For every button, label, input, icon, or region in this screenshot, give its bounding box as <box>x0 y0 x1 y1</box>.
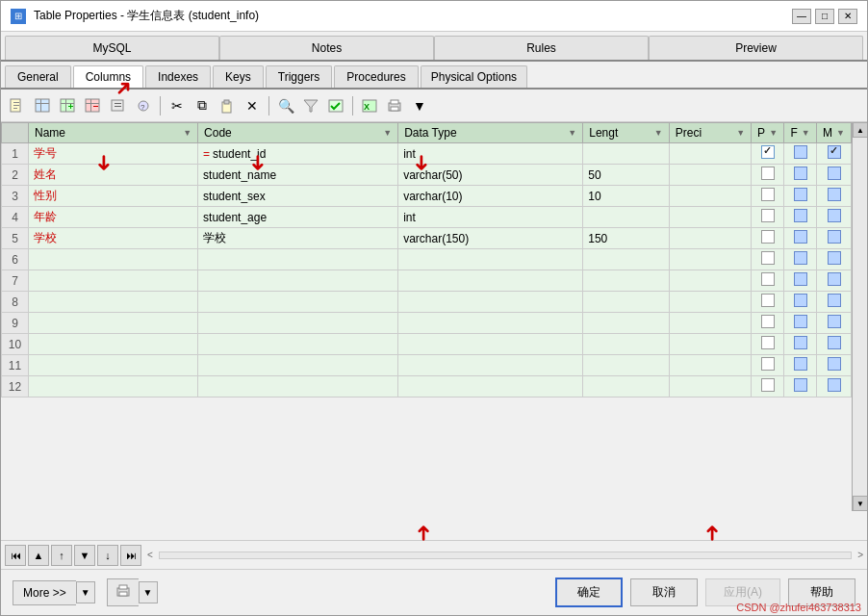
cell-length[interactable] <box>583 207 670 228</box>
checkbox-m[interactable] <box>828 230 841 244</box>
col-length-arrow[interactable]: ▼ <box>654 128 663 138</box>
toolbar-btn-3[interactable] <box>57 94 80 117</box>
toolbar-btn-1[interactable] <box>7 94 30 117</box>
cell-preci[interactable] <box>669 270 751 292</box>
checkbox-f[interactable] <box>794 188 807 201</box>
cell-name[interactable] <box>29 249 198 270</box>
col-m-arrow[interactable]: ▼ <box>836 128 845 138</box>
checkbox-m[interactable] <box>828 357 841 371</box>
checkbox-p[interactable] <box>761 315 775 328</box>
col-f[interactable]: F▼ <box>784 123 817 143</box>
cell-code[interactable]: student_name <box>198 165 398 186</box>
scroll-right[interactable]: > <box>857 550 863 560</box>
cell-datatype[interactable] <box>398 249 583 270</box>
nav-up2-btn[interactable]: ↑ <box>51 545 72 566</box>
col-name[interactable]: Name▼ <box>29 123 198 143</box>
checkbox-f[interactable] <box>794 294 807 307</box>
cell-preci[interactable] <box>669 376 751 398</box>
checkbox-f[interactable] <box>794 357 807 371</box>
cell-datatype[interactable]: int <box>398 143 583 165</box>
scroll-down-btn[interactable]: ▼ <box>853 496 867 511</box>
toolbar-cut[interactable]: ✂ <box>166 94 189 117</box>
tab-indexes[interactable]: Indexes <box>145 65 211 88</box>
close-button[interactable]: ✕ <box>838 9 857 24</box>
cell-datatype[interactable]: varchar(50) <box>398 165 583 186</box>
col-preci[interactable]: Preci▼ <box>669 123 751 143</box>
table-row[interactable]: 7 <box>2 270 867 292</box>
cell-code[interactable] <box>198 376 398 398</box>
checkbox-f[interactable] <box>794 336 807 349</box>
checkbox-f[interactable] <box>794 251 807 265</box>
nav-first-btn[interactable]: ⏮ <box>5 545 26 566</box>
checkbox-p[interactable] <box>761 230 775 244</box>
more-button[interactable]: More >> <box>13 580 76 605</box>
cell-length[interactable] <box>583 355 670 376</box>
table-row[interactable]: 4年龄student_ageint <box>2 207 867 228</box>
toolbar-dropdown[interactable]: ▼ <box>408 94 431 117</box>
toolbar-copy[interactable]: ⧉ <box>191 94 214 117</box>
col-length[interactable]: Lengt▼ <box>583 123 670 143</box>
cell-preci[interactable] <box>669 186 751 207</box>
table-row[interactable]: 11 <box>2 355 867 376</box>
checkbox-m[interactable] <box>828 294 841 307</box>
cell-length[interactable] <box>583 292 670 313</box>
cancel-button[interactable]: 取消 <box>630 578 698 606</box>
scroll-up-btn[interactable]: ▲ <box>853 122 867 138</box>
table-row[interactable]: 5学校学校varchar(150)150 <box>2 228 867 249</box>
cell-preci[interactable] <box>669 334 751 355</box>
vertical-scrollbar[interactable]: ▲ ▼ <box>852 122 867 511</box>
cell-code[interactable]: student_sex <box>198 186 398 207</box>
toolbar-print[interactable] <box>383 94 406 117</box>
cell-preci[interactable] <box>669 228 751 249</box>
table-row[interactable]: 2姓名student_namevarchar(50)50 <box>2 165 867 186</box>
col-m[interactable]: M▼ <box>817 123 852 143</box>
toolbar-filter[interactable] <box>299 94 322 117</box>
cell-name[interactable] <box>29 292 198 313</box>
maximize-button[interactable]: □ <box>815 9 834 24</box>
col-p-arrow[interactable]: ▼ <box>769 128 778 138</box>
toolbar-delete[interactable]: ✕ <box>241 94 264 117</box>
cell-length[interactable]: 10 <box>583 186 670 207</box>
minimize-button[interactable]: — <box>792 9 811 24</box>
checkbox-f[interactable] <box>794 145 807 159</box>
toolbar-paste[interactable] <box>216 94 239 117</box>
scroll-track[interactable] <box>853 138 867 496</box>
nav-down2-btn[interactable]: ↓ <box>97 545 118 566</box>
tab-physical[interactable]: Physical Options <box>421 65 527 88</box>
tab-general[interactable]: General <box>5 65 71 88</box>
checkbox-p[interactable] <box>761 336 775 349</box>
cell-length[interactable] <box>583 270 670 292</box>
cell-code[interactable] <box>198 249 398 270</box>
cell-code[interactable]: 学校 <box>198 228 398 249</box>
cell-datatype[interactable] <box>398 376 583 398</box>
cell-datatype[interactable]: int <box>398 207 583 228</box>
tab-rules[interactable]: Rules <box>434 36 649 60</box>
cell-name[interactable] <box>29 313 198 334</box>
toolbar-btn-4[interactable] <box>82 94 105 117</box>
cell-name[interactable] <box>29 376 198 398</box>
col-p[interactable]: P▼ <box>752 123 784 143</box>
cell-code[interactable] <box>198 292 398 313</box>
table-row[interactable]: 3性别student_sexvarchar(10)10 <box>2 186 867 207</box>
checkbox-m[interactable] <box>828 272 841 286</box>
cell-length[interactable] <box>583 249 670 270</box>
cell-preci[interactable] <box>669 165 751 186</box>
table-row[interactable]: 12 <box>2 376 867 398</box>
checkbox-p[interactable]: ✓ <box>761 145 775 159</box>
col-code[interactable]: Code▼ <box>198 123 398 143</box>
cell-name[interactable]: 学校 <box>29 228 198 249</box>
checkbox-m[interactable] <box>828 188 841 201</box>
checkbox-p[interactable] <box>761 357 775 371</box>
cell-length[interactable] <box>583 313 670 334</box>
checkbox-m[interactable] <box>828 167 841 180</box>
toolbar-btn-2[interactable] <box>32 94 55 117</box>
checkbox-f[interactable] <box>794 230 807 244</box>
cell-name[interactable]: 姓名 <box>29 165 198 186</box>
cell-length[interactable]: 150 <box>583 228 670 249</box>
cell-preci[interactable] <box>669 313 751 334</box>
cell-preci[interactable] <box>669 355 751 376</box>
cell-preci[interactable] <box>669 207 751 228</box>
cell-datatype[interactable] <box>398 292 583 313</box>
cell-length[interactable] <box>583 334 670 355</box>
cell-code[interactable] <box>198 355 398 376</box>
